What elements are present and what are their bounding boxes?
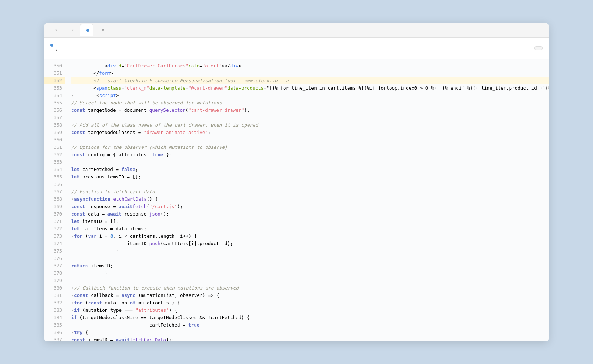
code-line-362: const config = { attributes: true };: [71, 151, 549, 158]
line-number-387: 387: [44, 336, 65, 341]
code-line-373: ▾ for (var i = 0; i < cartItems.length; …: [71, 233, 549, 240]
code-line-369: const response = await fetch("/cart.js")…: [71, 203, 549, 210]
line-number-382: 382: [44, 299, 65, 307]
tab-layout-theme[interactable]: ×: [47, 24, 63, 36]
code-line-385: cartFetched = true;: [71, 321, 549, 329]
fold-arrow[interactable]: ▾: [71, 233, 73, 240]
for-button[interactable]: [534, 46, 543, 50]
code-line-357: [71, 114, 549, 121]
code-line-361: // Options for the observer (which mutat…: [71, 144, 549, 151]
line-number-358: 358: [44, 121, 65, 129]
chevron-down-icon: ▾: [56, 48, 57, 52]
current-dropdown[interactable]: ▾: [52, 47, 60, 53]
code-line-371: let itemsID = [];: [71, 218, 549, 225]
fold-arrow[interactable]: ▾: [71, 92, 73, 99]
line-number-367: 367: [44, 188, 65, 196]
line-number-381: 381: [44, 292, 65, 299]
line-number-354: 354: [44, 92, 65, 99]
code-line-372: let cartItems = data.items;: [71, 225, 549, 233]
code-line-374: itemsID.push(cartItems[i].product_id);: [71, 240, 549, 247]
code-line-352: <!-- start Clerk.io E-commerce Personali…: [71, 77, 549, 84]
line-number-364: 364: [44, 166, 65, 173]
code-line-360: [71, 136, 549, 144]
tab-close-4[interactable]: ×: [100, 28, 106, 33]
line-number-377: 377: [44, 262, 65, 270]
code-line-363: [71, 158, 549, 166]
line-number-359: 359: [44, 129, 65, 136]
code-line-358: // Add all of the class names of the car…: [71, 121, 549, 129]
code-line-377: return itemsID;: [71, 262, 549, 270]
line-number-378: 378: [44, 270, 65, 277]
unsaved-indicator: [86, 29, 89, 32]
fold-arrow[interactable]: ▾: [71, 307, 73, 314]
line-number-384: 384: [44, 314, 65, 321]
code-line-366: [71, 181, 549, 188]
code-line-351: </form>: [71, 70, 549, 77]
line-numbers: 3503513523533543553563573583593603613623…: [44, 59, 65, 341]
code-line-354: ▾ <script>: [71, 92, 549, 99]
line-number-352: 352: [44, 77, 65, 84]
recent-left: ▾: [50, 44, 60, 53]
code-line-359: const targetNodeClasses = "drawer animat…: [71, 129, 549, 136]
line-number-385: 385: [44, 321, 65, 329]
code-line-387: const itemsID = await fetchCartData();: [71, 336, 549, 341]
line-number-379: 379: [44, 277, 65, 284]
code-line-376: [71, 255, 549, 262]
line-number-380: 380: [44, 284, 65, 292]
line-number-362: 362: [44, 151, 65, 158]
tab-cart-drawer[interactable]: [80, 24, 93, 36]
line-number-363: 363: [44, 158, 65, 166]
code-line-375: }: [71, 247, 549, 255]
line-number-373: 373: [44, 233, 65, 240]
fold-arrow[interactable]: ▾: [71, 196, 73, 203]
line-number-386: 386: [44, 329, 65, 336]
code-line-365: let previousitemsID = [];: [71, 173, 549, 181]
code-content[interactable]: <div id="CartDrawer-CartErrors" role="al…: [65, 59, 549, 341]
code-line-353: <span class="clerk_m" data-template="@ca…: [71, 84, 549, 92]
tab-close-2[interactable]: ×: [70, 28, 75, 33]
line-number-366: 366: [44, 181, 65, 188]
line-number-383: 383: [44, 307, 65, 314]
code-line-384: if (targetNode.className == targetNodeCl…: [71, 314, 549, 321]
line-number-375: 375: [44, 247, 65, 255]
code-line-381: ▾ const callback = async (mutationList, …: [71, 292, 549, 299]
line-number-376: 376: [44, 255, 65, 262]
code-area: 3503513523533543553563573583593603613623…: [44, 59, 549, 341]
line-number-355: 355: [44, 99, 65, 107]
tab-card-collection[interactable]: ×: [94, 24, 110, 36]
code-line-355: // Select the node that will be observed…: [71, 99, 549, 107]
editor-window: × × × ▾ 350351352353354: [44, 23, 549, 341]
fold-arrow[interactable]: ▾: [71, 299, 73, 307]
recent-title-row: [50, 44, 60, 47]
line-number-353: 353: [44, 84, 65, 92]
line-number-372: 372: [44, 225, 65, 233]
line-number-356: 356: [44, 107, 65, 114]
fold-arrow[interactable]: ▾: [71, 329, 73, 336]
recent-changes-bar: ▾: [44, 38, 549, 59]
code-line-382: ▾ for (const mutation of mutationList) {: [71, 299, 549, 307]
code-line-383: ▾ if (mutation.type === "attributes") {: [71, 307, 549, 314]
code-line-350: <div id="CartDrawer-CartErrors" role="al…: [71, 62, 549, 70]
code-line-386: ▾ try {: [71, 329, 549, 336]
line-number-351: 351: [44, 70, 65, 77]
code-line-380: ▾ // Callback function to execute when m…: [71, 284, 549, 292]
code-line-370: const data = await response.json();: [71, 210, 549, 218]
code-line-364: let cartFetched = false;: [71, 166, 549, 173]
code-line-367: // Function to fetch cart data: [71, 188, 549, 196]
tab-bar: × × ×: [44, 23, 549, 38]
line-number-374: 374: [44, 240, 65, 247]
line-number-357: 357: [44, 114, 65, 121]
code-line-356: const targetNode = document.querySelecto…: [71, 107, 549, 114]
line-number-371: 371: [44, 218, 65, 225]
line-number-369: 369: [44, 203, 65, 210]
recent-dot: [50, 44, 53, 47]
tab-close-1[interactable]: ×: [54, 28, 59, 33]
fold-arrow[interactable]: ▾: [71, 284, 73, 292]
fold-arrow[interactable]: ▾: [71, 292, 73, 299]
line-number-350: 350: [44, 62, 65, 70]
tab-clerk-tracking[interactable]: ×: [64, 24, 79, 36]
line-number-361: 361: [44, 144, 65, 151]
line-number-370: 370: [44, 210, 65, 218]
code-line-379: [71, 277, 549, 284]
line-number-365: 365: [44, 173, 65, 181]
